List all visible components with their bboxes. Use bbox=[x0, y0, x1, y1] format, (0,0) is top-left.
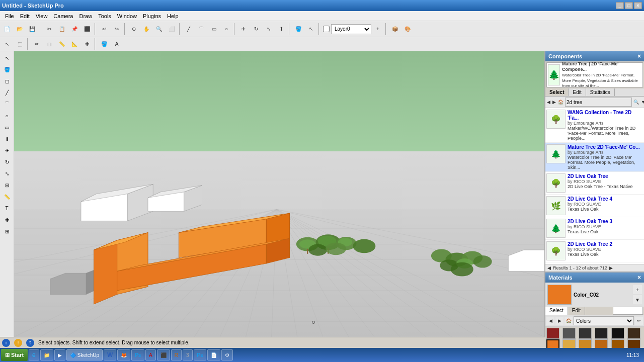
layer-select[interactable]: Layer0 bbox=[331, 24, 371, 34]
nav-back[interactable]: ◀ bbox=[546, 98, 551, 106]
menu-plugins[interactable]: Plugins bbox=[140, 11, 164, 21]
push-pull-button[interactable]: ⬆ bbox=[275, 23, 287, 35]
menu-window[interactable]: Window bbox=[114, 11, 140, 21]
line-left[interactable]: ╱ bbox=[2, 87, 13, 98]
comp-item-0[interactable]: 🌳 WANG Collection - Tree 2D 'Fa... by En… bbox=[545, 108, 644, 143]
taskbar-ie[interactable]: e bbox=[29, 349, 39, 360]
taskbar-3ds[interactable]: 3 bbox=[183, 349, 193, 360]
nav-forward[interactable]: ▶ bbox=[552, 98, 556, 106]
paste-button[interactable]: 📌 bbox=[68, 23, 80, 35]
circle-left[interactable]: ○ bbox=[2, 110, 13, 121]
taskbar-revit[interactable]: R bbox=[171, 349, 182, 360]
mat-options[interactable]: ▼ bbox=[633, 295, 642, 304]
arc-button[interactable]: ⌒ bbox=[195, 23, 207, 35]
swatch-4[interactable] bbox=[611, 328, 624, 339]
mat-tab-edit[interactable]: Edit bbox=[568, 307, 585, 315]
circle-button[interactable]: ○ bbox=[220, 23, 232, 35]
rotate-left[interactable]: ↻ bbox=[2, 156, 13, 167]
close-button[interactable]: × bbox=[634, 2, 642, 9]
open-button[interactable]: 📂 bbox=[14, 23, 26, 35]
rotate-button[interactable]: ↻ bbox=[250, 23, 262, 35]
mat-search[interactable] bbox=[613, 307, 643, 315]
components-button[interactable]: 📦 bbox=[389, 23, 401, 35]
section-left[interactable]: ⊞ bbox=[2, 226, 13, 237]
taskbar-pdf[interactable]: 📄 bbox=[207, 349, 220, 360]
swatch-2[interactable] bbox=[579, 328, 592, 339]
pencil-tool[interactable]: ✏ bbox=[31, 38, 43, 50]
maximize-button[interactable]: □ bbox=[625, 2, 633, 9]
cut-button[interactable]: ✂ bbox=[43, 23, 55, 35]
taskbar-word[interactable]: W bbox=[104, 349, 116, 360]
taskbar-firefox[interactable]: 🦊 bbox=[117, 349, 130, 360]
menu-draw[interactable]: Draw bbox=[76, 11, 95, 21]
move-button[interactable]: ✈ bbox=[237, 23, 250, 35]
results-prev[interactable]: ◀ bbox=[547, 265, 551, 270]
new-button[interactable]: 📄 bbox=[1, 23, 13, 35]
save-button[interactable]: 💾 bbox=[26, 23, 38, 35]
select-button[interactable]: ↖ bbox=[305, 23, 317, 35]
copy-button[interactable]: 📋 bbox=[56, 23, 68, 35]
results-next[interactable]: ▶ bbox=[609, 265, 613, 270]
measure-left[interactable]: 📏 bbox=[2, 191, 13, 202]
add-layer-button[interactable]: + bbox=[372, 23, 384, 35]
zoom-extents-button[interactable]: ⬜ bbox=[166, 23, 178, 35]
menu-file[interactable]: File bbox=[2, 11, 17, 21]
search-input[interactable] bbox=[565, 98, 632, 107]
taskbar-ps[interactable]: Ps bbox=[131, 349, 144, 360]
viewport[interactable] bbox=[14, 51, 544, 337]
undo-button[interactable]: ↩ bbox=[98, 23, 110, 35]
comp-item-3[interactable]: 🌿 2D Live Oak Tree 4 by RICO SUAVE Texas… bbox=[545, 195, 644, 217]
scale-left[interactable]: ⤡ bbox=[2, 168, 13, 179]
search-button[interactable]: 🔍 bbox=[633, 98, 639, 106]
nav-home[interactable]: 🏠 bbox=[557, 98, 564, 106]
comp-item-2[interactable]: 🌳 2D Live Oak Tree by RICO SUAVE 2D Live… bbox=[545, 172, 644, 195]
tape-tool[interactable]: 📏 bbox=[56, 38, 68, 50]
mat-tab-select[interactable]: Select bbox=[545, 307, 568, 315]
tab-edit[interactable]: Edit bbox=[569, 88, 586, 96]
arc-left[interactable]: ⌒ bbox=[2, 99, 13, 110]
rect-left[interactable]: ▭ bbox=[2, 122, 13, 133]
move-left[interactable]: ✈ bbox=[2, 145, 13, 156]
minimize-button[interactable]: _ bbox=[616, 2, 624, 9]
menu-tools[interactable]: Tools bbox=[95, 11, 114, 21]
taskbar-wmp[interactable]: ▶ bbox=[54, 349, 65, 360]
tab-select[interactable]: Select bbox=[545, 88, 569, 96]
menu-edit[interactable]: Edit bbox=[17, 11, 33, 21]
axes-tool[interactable]: ✚ bbox=[81, 38, 93, 50]
3d-text[interactable]: A bbox=[111, 38, 123, 50]
axes-left[interactable]: ✚ bbox=[2, 214, 13, 225]
taskbar-ps2[interactable]: Ps bbox=[194, 349, 207, 360]
menu-camera[interactable]: Camera bbox=[50, 11, 76, 21]
eraser-tool[interactable]: ◻ bbox=[43, 38, 55, 50]
text-left[interactable]: T bbox=[2, 203, 13, 214]
orbit-button[interactable]: ⊙ bbox=[128, 23, 140, 35]
pan-button[interactable]: ✋ bbox=[140, 23, 152, 35]
window-controls[interactable]: _ □ × bbox=[616, 2, 642, 9]
components-close[interactable]: × bbox=[637, 53, 641, 60]
paint-left[interactable]: 🪣 bbox=[2, 64, 13, 75]
taskbar-acrobat[interactable]: A bbox=[145, 349, 156, 360]
paint-bucket[interactable]: 🪣 bbox=[98, 38, 110, 50]
start-button[interactable]: ⊞ Start bbox=[1, 349, 28, 361]
mat-home[interactable]: 🏠 bbox=[565, 317, 573, 325]
materials-close[interactable]: × bbox=[637, 274, 641, 281]
taskbar-explorer[interactable]: 📁 bbox=[40, 349, 53, 360]
taskbar-sketchup[interactable]: 🔷 SketchUp bbox=[66, 349, 103, 360]
menu-help[interactable]: Help bbox=[164, 11, 182, 21]
protractor-tool[interactable]: 📐 bbox=[68, 38, 80, 50]
swatch-3[interactable] bbox=[595, 328, 608, 339]
menu-view[interactable]: View bbox=[33, 11, 51, 21]
search-options[interactable]: ▼ bbox=[640, 98, 644, 106]
redo-button[interactable]: ↪ bbox=[111, 23, 123, 35]
offset-left[interactable]: ⊟ bbox=[2, 179, 13, 191]
taskbar-autocad[interactable]: ⬛ bbox=[157, 349, 170, 360]
tab-statistics[interactable]: Statistics bbox=[586, 88, 615, 96]
taskbar-app[interactable]: ⚙ bbox=[221, 349, 233, 360]
comp-item-5[interactable]: 🌳 2D Live Oak Tree 2 by RICO SUAVE Texas… bbox=[545, 240, 644, 262]
swatch-5[interactable] bbox=[627, 328, 640, 339]
push-left[interactable]: ⬆ bbox=[2, 133, 13, 144]
erase-button[interactable]: ⬛ bbox=[81, 23, 93, 35]
mat-add[interactable]: + bbox=[633, 285, 642, 294]
swatch-0[interactable] bbox=[546, 328, 559, 339]
select-left[interactable]: ↖ bbox=[2, 52, 13, 63]
